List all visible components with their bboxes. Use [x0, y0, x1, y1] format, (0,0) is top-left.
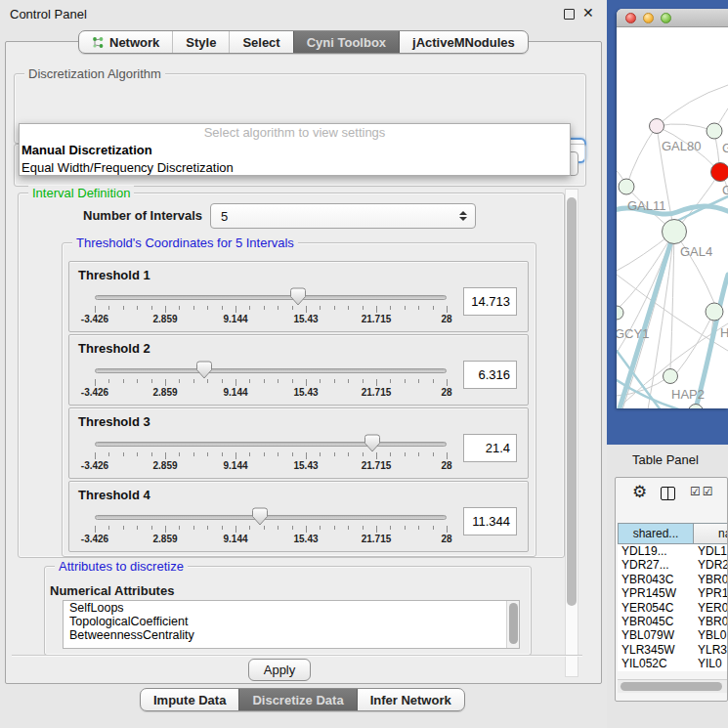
tick-label: 21.715 — [362, 314, 392, 324]
tick-mark — [447, 452, 448, 459]
threshold-value-field[interactable]: 14.713 — [463, 287, 517, 316]
column-header-shared-name[interactable]: shared... — [618, 523, 694, 544]
tick-label: -3.426 — [81, 460, 108, 471]
tick-label: 28 — [441, 460, 451, 471]
tick-mark — [222, 526, 223, 530]
threshold-value-field[interactable]: 6.316 — [463, 361, 517, 389]
network-window-titlebar[interactable] — [617, 9, 728, 27]
tick-label: 15.43 — [293, 314, 318, 324]
list-scrollbar[interactable] — [506, 601, 519, 648]
panel-scrollbar[interactable] — [565, 189, 578, 677]
dropdown-option-manual[interactable]: Manual Discretization — [20, 142, 570, 159]
tick-mark — [123, 452, 124, 456]
network-node[interactable] — [711, 163, 728, 182]
tick-label: 21.715 — [362, 460, 392, 471]
network-node[interactable] — [707, 123, 722, 139]
tick-mark — [320, 452, 321, 456]
slider-track[interactable] — [95, 515, 447, 520]
apply-button[interactable]: Apply — [248, 659, 311, 681]
attribute-list-item[interactable]: TopologicalCoefficient — [64, 615, 519, 628]
network-edge[interactable] — [626, 126, 657, 187]
tab-cyni-toolbox[interactable]: Cyni Toolbox — [293, 31, 399, 53]
table-row[interactable]: YPR145WYPR1 — [618, 586, 728, 600]
tick-mark — [165, 306, 166, 313]
table-row[interactable]: YBR045CYBR0 — [618, 615, 728, 628]
network-node[interactable] — [664, 369, 678, 384]
tick-mark — [278, 306, 278, 310]
tick-mark — [433, 452, 434, 456]
slider-handle[interactable] — [195, 361, 213, 379]
tab-label: Network — [109, 35, 159, 50]
tick-mark — [306, 452, 307, 459]
network-edge[interactable] — [657, 85, 728, 126]
dropdown-placeholder-option[interactable]: Select algorithm to view settings — [20, 124, 570, 142]
tab-impute-data[interactable]: Impute Data — [141, 689, 238, 710]
tick-mark — [348, 379, 349, 383]
top-tab-bar: Network Style Select Cyni Toolbox jActiv… — [78, 30, 529, 54]
split-view-icon[interactable] — [661, 487, 675, 500]
zoom-traffic-light-icon[interactable] — [661, 13, 671, 23]
table-row[interactable]: YBL079WYBL0 — [618, 628, 728, 642]
column-header-name[interactable]: na — [694, 523, 728, 544]
table-row[interactable]: YIL052CYIL0 — [618, 657, 728, 670]
tick-mark — [447, 306, 448, 313]
bottom-tab-bar: Impute Data Discretize Data Infer Networ… — [140, 688, 465, 711]
horizontal-scrollbar[interactable] — [618, 679, 727, 693]
table-row[interactable]: YDL19...YDL1 — [618, 544, 728, 558]
tick-mark — [433, 379, 434, 383]
tick-mark — [292, 452, 293, 456]
slider-handle[interactable] — [364, 434, 381, 452]
slider-track[interactable] — [95, 368, 447, 373]
threshold-value-field[interactable]: 21.4 — [463, 434, 517, 462]
tab-infer-network[interactable]: Infer Network — [357, 689, 464, 710]
network-node[interactable] — [617, 306, 623, 320]
select-columns-icon[interactable]: ☑☑ — [690, 485, 715, 498]
network-edge[interactable] — [670, 232, 674, 368]
network-node[interactable] — [689, 405, 704, 409]
num-intervals-combobox[interactable]: 5 — [210, 203, 476, 229]
network-node[interactable] — [650, 119, 664, 134]
interval-definition-title: Interval Definition — [28, 186, 134, 200]
slider-track[interactable] — [95, 295, 447, 300]
table-row[interactable]: YER054CYER0 — [618, 601, 728, 615]
tick-label: 2.859 — [152, 534, 177, 544]
slider-track[interactable] — [95, 442, 447, 447]
threshold-value-field[interactable]: 11.344 — [463, 507, 517, 535]
numerical-attributes-list[interactable]: SelfLoopsTopologicalCoefficientBetweenne… — [63, 600, 520, 649]
tick-mark — [278, 379, 278, 383]
tick-mark — [165, 452, 166, 459]
attribute-list-item[interactable]: BetweennessCentrality — [64, 628, 519, 642]
thresholds-groupbox: Threshold's Coordinates for 5 Intervals … — [62, 242, 536, 557]
network-node[interactable] — [619, 179, 634, 194]
table-row[interactable]: YLR345WYLR3 — [618, 643, 728, 657]
table-row[interactable]: YBR043CYBR0 — [618, 573, 728, 586]
attribute-list-item[interactable]: SelfLoops — [64, 601, 519, 615]
tick-mark — [348, 452, 349, 456]
dropdown-option-equal-width[interactable]: Equal Width/Frequency Discretization — [20, 159, 570, 177]
threshold-panel-4: Threshold 4-3.4262.8599.14415.4321.71528… — [68, 481, 529, 552]
tick-mark — [405, 379, 406, 383]
network-node[interactable] — [663, 220, 687, 244]
tab-discretize-data[interactable]: Discretize Data — [238, 689, 356, 710]
tab-style[interactable]: Style — [172, 31, 229, 53]
gear-icon[interactable]: ⚙ — [632, 482, 647, 501]
network-view[interactable]: GAL80GCGAL11GAL4GCY1HHAP2 — [617, 28, 728, 408]
tick-mark — [292, 379, 293, 383]
slider-handle[interactable] — [251, 507, 269, 526]
tick-mark — [151, 452, 152, 456]
slider-handle[interactable] — [289, 287, 307, 306]
stepper-icon — [458, 211, 467, 221]
minimize-traffic-light-icon[interactable] — [643, 13, 654, 23]
close-traffic-light-icon[interactable] — [625, 13, 636, 23]
tick-label: 9.144 — [223, 534, 247, 544]
float-window-icon[interactable] — [564, 9, 575, 20]
network-node[interactable] — [706, 303, 723, 321]
table-row[interactable]: YDR27...YDR2 — [618, 558, 728, 572]
tick-mark — [151, 526, 152, 530]
tick-mark — [151, 306, 152, 310]
tick-label: -3.426 — [81, 534, 108, 544]
tab-select[interactable]: Select — [229, 31, 292, 53]
tab-network[interactable]: Network — [79, 31, 172, 53]
close-icon[interactable]: ✕ — [582, 5, 594, 21]
tab-jactivemnodules[interactable]: jActiveMNodules — [399, 31, 528, 53]
